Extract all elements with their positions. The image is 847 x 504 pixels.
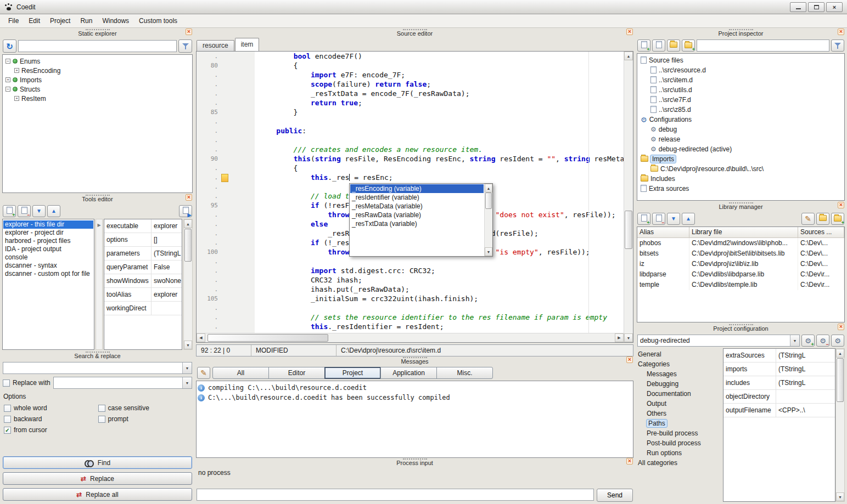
close-panel-icon[interactable] bbox=[626, 29, 633, 35]
inspector-item-src-z85-d[interactable]: ..\src\z85.d bbox=[638, 105, 843, 115]
property-value[interactable]: (TStringL bbox=[152, 247, 182, 261]
code-line[interactable]: 105 _initialSum = crc322uint(ihash.finis… bbox=[197, 294, 624, 303]
code-line[interactable]: . /// creates and encodes a new resource… bbox=[197, 145, 624, 154]
code-line[interactable]: . ihash.put(_resRawData); bbox=[197, 285, 624, 294]
expand-icon[interactable]: + bbox=[14, 68, 19, 73]
code-line[interactable]: 90 this(string resFile, ResEncoding resE… bbox=[197, 154, 624, 163]
project-configuration-header[interactable]: Project configuration bbox=[637, 324, 845, 333]
close-panel-icon[interactable] bbox=[838, 202, 844, 208]
add-library-button[interactable]: + bbox=[637, 213, 650, 225]
scroll-down-icon[interactable]: ▼ bbox=[624, 333, 633, 342]
menu-item-custom-tools[interactable]: Custom tools bbox=[134, 15, 182, 27]
category-messages[interactable]: Messages bbox=[637, 369, 720, 379]
library-manager-header[interactable]: Library manager bbox=[637, 202, 845, 211]
library-cell[interactable]: libdparse bbox=[637, 269, 689, 280]
category-others[interactable]: Others bbox=[637, 409, 720, 418]
inspector-item-src-item-d[interactable]: ..\src\item.d bbox=[638, 75, 843, 85]
collapse-icon[interactable]: − bbox=[5, 87, 10, 92]
scroll-right-icon[interactable]: ▶ bbox=[615, 333, 624, 342]
tab-resource[interactable]: resource bbox=[197, 40, 234, 51]
messages-header[interactable]: Messages bbox=[196, 356, 633, 366]
scrollbar-thumb[interactable] bbox=[837, 358, 844, 402]
scrollbar-track[interactable] bbox=[836, 358, 844, 492]
minimize-button[interactable] bbox=[790, 2, 806, 12]
scroll-down-icon[interactable]: ▼ bbox=[184, 341, 192, 349]
message-row[interactable]: iC:\...\build\resource.d.coedit has been… bbox=[198, 393, 632, 403]
replace-all-button[interactable]: ⇄ Replace all bbox=[3, 488, 192, 501]
library-cell[interactable]: C:\Dev\r... bbox=[798, 269, 844, 280]
expand-icon[interactable]: + bbox=[14, 96, 19, 101]
code-line[interactable]: . // sets the resource identifier to the… bbox=[197, 313, 624, 322]
property-value[interactable]: <CPP>..\ bbox=[776, 404, 835, 417]
tree-item-imports[interactable]: +Imports bbox=[4, 75, 191, 84]
remove-tool-button[interactable]: − bbox=[18, 205, 31, 217]
inspector-filter-input[interactable] bbox=[697, 39, 829, 52]
filter-button[interactable] bbox=[831, 39, 844, 52]
add-source-button[interactable]: + bbox=[637, 39, 650, 52]
code-line[interactable]: . import e7F: encode_7F; bbox=[197, 70, 624, 80]
scrollbar-track[interactable] bbox=[205, 333, 615, 342]
completion-item-resencoding-variable[interactable]: _resEncoding (variable) bbox=[350, 184, 484, 193]
menu-item-edit[interactable]: Edit bbox=[24, 15, 45, 27]
filter-application[interactable]: Application bbox=[380, 367, 437, 379]
config-grid-scrollbar[interactable]: ▲ ▼ bbox=[835, 348, 845, 502]
add-folder-button[interactable] bbox=[667, 39, 680, 52]
replace-term-select[interactable]: ▼ bbox=[53, 377, 192, 389]
inspector-item-release[interactable]: ⚙release bbox=[638, 134, 843, 144]
column-header-alias[interactable]: Alias bbox=[637, 227, 689, 238]
library-cell[interactable]: temple bbox=[637, 280, 689, 290]
property-value[interactable]: (TStringL bbox=[776, 363, 835, 376]
category-general[interactable]: General bbox=[637, 349, 720, 359]
editor-vertical-scrollbar[interactable]: ▲ ▼ bbox=[624, 52, 633, 342]
completion-scrollbar[interactable]: ▲ ▼ bbox=[484, 184, 492, 256]
close-panel-icon[interactable] bbox=[626, 356, 633, 363]
code-line[interactable]: . bbox=[197, 303, 624, 313]
code-line[interactable]: . CRC32 ihash; bbox=[197, 275, 624, 285]
inspector-item-extra-sources[interactable]: Extra sources bbox=[638, 184, 843, 194]
category-run-options[interactable]: Run options bbox=[637, 448, 720, 458]
code-line[interactable]: . import std.digest.crc: CRC32; bbox=[197, 266, 624, 275]
static-explorer-header[interactable]: Static explorer bbox=[2, 29, 193, 38]
chevron-down-icon[interactable]: ▼ bbox=[182, 377, 192, 388]
inspector-item-configurations[interactable]: ⚙Configurations bbox=[638, 115, 843, 124]
property-value[interactable]: swoNone bbox=[152, 274, 182, 288]
scrollbar-track[interactable] bbox=[624, 60, 633, 333]
move-library-up-button[interactable]: ▲ bbox=[682, 213, 695, 225]
filter-editor[interactable]: Editor bbox=[268, 367, 325, 379]
replace-with-checkbox[interactable]: Replace with bbox=[3, 379, 51, 387]
add-config-button[interactable]: ⚙+ bbox=[801, 335, 815, 347]
inspector-item-c-dev-dproj-resource-d-build-src[interactable]: C:\Dev\dproj\resource.d\build\..\src\ bbox=[638, 164, 843, 174]
library-cell[interactable]: C:\Dev\... bbox=[798, 259, 844, 269]
filter-button[interactable] bbox=[178, 39, 192, 53]
property-value[interactable] bbox=[776, 390, 835, 404]
code-line[interactable]: . this._res = resEnc; bbox=[197, 173, 624, 182]
menu-item-project[interactable]: Project bbox=[45, 15, 75, 27]
category-paths[interactable]: Paths bbox=[637, 418, 720, 428]
scrollbar-thumb[interactable] bbox=[184, 229, 192, 262]
code-line[interactable]: . bbox=[197, 135, 624, 145]
close-panel-icon[interactable] bbox=[838, 29, 844, 35]
checkbox-prompt[interactable]: prompt bbox=[98, 415, 193, 423]
edit-library-button[interactable]: ✎ bbox=[801, 213, 815, 225]
scrollbar-thumb[interactable] bbox=[625, 211, 632, 249]
scrollbar-thumb[interactable] bbox=[207, 334, 328, 342]
inspector-item-src-resource-d[interactable]: ..\src\resource.d bbox=[638, 65, 843, 75]
property-value[interactable]: (TStringL bbox=[776, 376, 835, 390]
remove-source-button[interactable] bbox=[652, 39, 665, 52]
library-cell[interactable]: C:\Dev\dproj\bitSet\lib\bitsets.lib bbox=[689, 248, 798, 259]
close-button[interactable]: × bbox=[826, 2, 843, 12]
library-cell[interactable]: C:\Dev\r... bbox=[798, 280, 844, 290]
tree-item-structs[interactable]: −Structs bbox=[4, 84, 191, 94]
category-debugging[interactable]: Debugging bbox=[637, 379, 720, 389]
symbol-filter-input[interactable] bbox=[18, 40, 177, 52]
search-term-select[interactable]: ▼ bbox=[3, 362, 192, 374]
tool-item-dscanner-syntax[interactable]: dscanner - syntax bbox=[3, 262, 93, 270]
code-area[interactable]: . bool encodee7F()80 {. import e7F: enco… bbox=[197, 52, 624, 333]
property-value[interactable]: explorer bbox=[152, 288, 182, 302]
tool-item-harbored-project-files[interactable]: harbored - project files bbox=[3, 237, 93, 245]
move-library-down-button[interactable]: ▼ bbox=[667, 213, 680, 225]
configuration-select[interactable]: debug-redirected ▼ bbox=[637, 335, 800, 347]
property-value[interactable]: False bbox=[152, 261, 182, 274]
library-cell[interactable]: iz bbox=[637, 259, 689, 269]
property-value[interactable]: [] bbox=[152, 233, 182, 247]
